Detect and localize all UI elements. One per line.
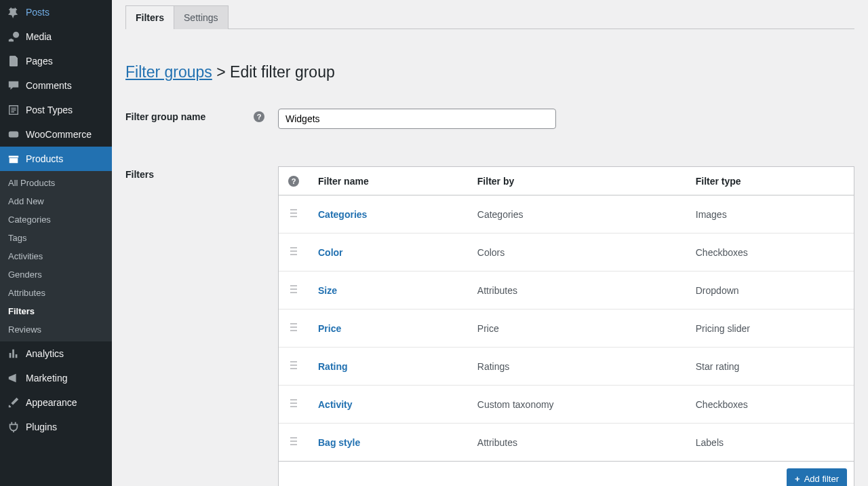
- filter-name-link[interactable]: Price: [318, 323, 341, 334]
- breadcrumb-link[interactable]: Filter groups: [125, 63, 212, 81]
- plus-icon: +: [795, 474, 800, 484]
- tab-filters[interactable]: Filters: [125, 5, 174, 29]
- sidebar-item-post-types[interactable]: Post Types: [0, 98, 112, 122]
- box-icon: [7, 152, 20, 166]
- svg-rect-6: [290, 250, 297, 252]
- megaphone-icon: [7, 371, 20, 385]
- sidebar-item-comments[interactable]: Comments: [0, 73, 112, 98]
- svg-rect-10: [290, 292, 297, 293]
- svg-rect-9: [290, 288, 297, 290]
- table-row: PricePricePricing slider: [279, 310, 854, 348]
- sidebar-item-marketing[interactable]: Marketing: [0, 366, 112, 390]
- main-content: Filters Settings Filter groups > Edit fi…: [112, 0, 868, 486]
- svg-rect-7: [290, 254, 297, 255]
- sidebar-item-label: Pages: [26, 56, 53, 67]
- table-row: ColorColorsCheckboxes: [279, 233, 854, 272]
- sidebar-item-pages[interactable]: Pages: [0, 49, 112, 73]
- svg-rect-15: [290, 364, 297, 366]
- filter-name-link[interactable]: Size: [318, 285, 337, 296]
- sidebar-item-media[interactable]: Media: [0, 24, 112, 49]
- filter-name-link[interactable]: Activity: [318, 399, 353, 410]
- sidebar-item-label: WooCommerce: [26, 129, 92, 140]
- sidebar-item-label: Posts: [26, 7, 50, 18]
- sidebar-child-reviews[interactable]: Reviews: [0, 320, 112, 339]
- svg-rect-8: [290, 285, 297, 286]
- svg-rect-1: [9, 132, 18, 138]
- svg-rect-2: [290, 209, 297, 210]
- table-row: ActivityCustom taxonomyCheckboxes: [279, 386, 854, 424]
- tabs: Filters Settings: [125, 5, 854, 29]
- drag-handle-icon[interactable]: [290, 322, 297, 333]
- sidebar-item-posts[interactable]: Posts: [0, 0, 112, 24]
- pin-icon: [7, 5, 20, 19]
- drag-handle-icon[interactable]: [290, 246, 297, 257]
- svg-rect-12: [290, 326, 297, 328]
- tab-settings[interactable]: Settings: [174, 5, 229, 29]
- filter-by-cell: Price: [468, 310, 686, 348]
- filter-name-link[interactable]: Rating: [318, 361, 348, 372]
- table-row: CategoriesCategoriesImages: [279, 195, 854, 233]
- table-row: SizeAttributesDropdown: [279, 272, 854, 310]
- filter-by-cell: Ratings: [468, 348, 686, 386]
- filters-section-label: Filters: [125, 169, 154, 180]
- filter-type-cell: Dropdown: [686, 272, 854, 310]
- sidebar-item-label: Appearance: [26, 397, 77, 408]
- help-icon[interactable]: ?: [254, 111, 264, 122]
- sidebar-item-label: Marketing: [26, 373, 67, 384]
- sidebar-item-label: Analytics: [26, 348, 64, 359]
- sidebar-item-analytics[interactable]: Analytics: [0, 341, 112, 366]
- sidebar-child-add-new[interactable]: Add New: [0, 192, 112, 210]
- drag-handle-icon[interactable]: [290, 398, 297, 409]
- svg-rect-19: [290, 406, 297, 407]
- sidebar-child-genders[interactable]: Genders: [0, 265, 112, 284]
- filters-table: ? Filter name Filter by Filter type Cate…: [279, 167, 854, 462]
- filter-name-link[interactable]: Color: [318, 247, 343, 258]
- filter-type-cell: Pricing slider: [686, 310, 854, 348]
- drag-handle-icon[interactable]: [290, 360, 297, 371]
- svg-rect-16: [290, 368, 297, 369]
- filter-group-name-label: Filter group name: [125, 111, 205, 122]
- sidebar-item-woocommerce[interactable]: WooCommerce: [0, 122, 112, 147]
- sidebar-child-activities[interactable]: Activities: [0, 247, 112, 265]
- sidebar-child-categories[interactable]: Categories: [0, 210, 112, 229]
- page-icon: [7, 54, 20, 68]
- svg-rect-18: [290, 403, 297, 404]
- sidebar-item-label: Plugins: [26, 422, 57, 432]
- sidebar-child-all-products[interactable]: All Products: [0, 174, 112, 192]
- sidebar-child-attributes[interactable]: Attributes: [0, 284, 112, 302]
- sidebar-child-tags[interactable]: Tags: [0, 229, 112, 247]
- filter-name-link[interactable]: Bag style: [318, 437, 360, 448]
- svg-rect-22: [290, 444, 297, 445]
- filter-type-cell: Star rating: [686, 348, 854, 386]
- breadcrumb-sep: >: [212, 63, 230, 81]
- brush-icon: [7, 396, 20, 409]
- breadcrumb-tail: Edit filter group: [230, 63, 335, 81]
- sidebar-item-label: Post Types: [26, 105, 73, 115]
- svg-rect-13: [290, 330, 297, 331]
- sidebar-item-appearance[interactable]: Appearance: [0, 390, 112, 415]
- drag-handle-icon[interactable]: [290, 208, 297, 219]
- filter-type-cell: Labels: [686, 424, 854, 462]
- table-help-icon[interactable]: ?: [288, 176, 299, 187]
- woo-icon: [7, 128, 20, 141]
- chart-icon: [7, 347, 20, 360]
- svg-rect-4: [290, 216, 297, 217]
- sidebar-item-label: Comments: [26, 80, 72, 91]
- sidebar-child-filters[interactable]: Filters: [0, 302, 112, 320]
- filter-name-link[interactable]: Categories: [318, 209, 367, 220]
- col-filter-by: Filter by: [468, 167, 686, 195]
- drag-handle-icon[interactable]: [290, 284, 297, 295]
- doc-icon: [7, 103, 20, 117]
- filter-by-cell: Categories: [468, 195, 686, 233]
- filter-by-cell: Custom taxonomy: [468, 386, 686, 424]
- plug-icon: [7, 420, 20, 434]
- sidebar: Posts Media Pages Comments Post Types Wo…: [0, 0, 112, 486]
- filter-type-cell: Checkboxes: [686, 386, 854, 424]
- filter-group-name-input[interactable]: [278, 109, 556, 129]
- sidebar-item-plugins[interactable]: Plugins: [0, 415, 112, 439]
- filter-by-cell: Colors: [468, 233, 686, 272]
- sidebar-item-products[interactable]: Products: [0, 147, 112, 171]
- drag-handle-icon[interactable]: [290, 436, 297, 447]
- add-filter-button[interactable]: +Add filter: [787, 468, 847, 486]
- svg-rect-14: [290, 361, 297, 362]
